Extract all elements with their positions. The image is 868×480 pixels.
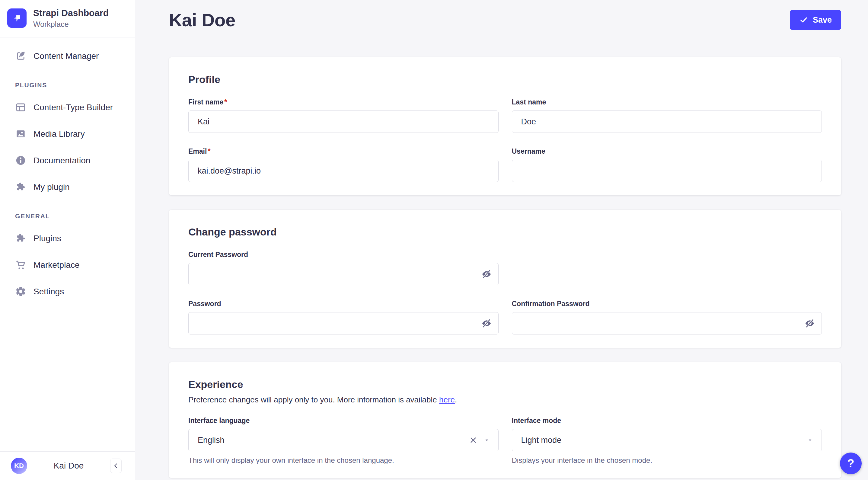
- puzzle-icon: [15, 181, 26, 192]
- experience-card: Experience Preference changes will apply…: [169, 362, 841, 478]
- sidebar-item-label: Documentation: [33, 156, 90, 166]
- profile-card: Profile First name* Last name: [169, 57, 841, 195]
- strapi-logo: [7, 8, 27, 28]
- eye-off-icon: [481, 318, 492, 329]
- sidebar-item-settings[interactable]: Settings: [7, 281, 128, 302]
- clear-icon[interactable]: [469, 436, 478, 445]
- first-name-field[interactable]: [188, 111, 499, 133]
- interface-language-hint: This will only display your own interfac…: [188, 456, 499, 464]
- cart-icon: [15, 259, 26, 270]
- sidebar-item-content-manager[interactable]: Content Manager: [7, 45, 128, 67]
- interface-language-select[interactable]: English: [188, 429, 499, 451]
- sidebar-item-label: Marketplace: [33, 260, 80, 270]
- new-password-group: Password: [188, 300, 499, 334]
- sidebar-nav: Content Manager PLUGINS Content-Type Bui…: [0, 37, 135, 452]
- change-password-card: Change password Current Password: [169, 210, 841, 348]
- experience-heading: Experience: [188, 379, 822, 390]
- sidebar-item-content-type-builder[interactable]: Content-Type Builder: [7, 97, 128, 118]
- sidebar-item-marketplace[interactable]: Marketplace: [7, 254, 128, 276]
- interface-language-value: English: [198, 436, 469, 445]
- question-icon: ?: [847, 457, 854, 470]
- interface-mode-hint: Displays your interface in the chosen mo…: [512, 456, 822, 464]
- sidebar-item-plugins[interactable]: Plugins: [7, 228, 128, 249]
- toggle-password-visibility-button[interactable]: [478, 315, 495, 332]
- last-name-field[interactable]: [512, 111, 822, 133]
- current-password-label: Current Password: [188, 250, 499, 259]
- interface-mode-label: Interface mode: [512, 417, 822, 425]
- password-field[interactable]: [188, 312, 499, 334]
- interface-mode-select[interactable]: Light mode: [512, 429, 822, 451]
- profile-heading: Profile: [188, 74, 822, 85]
- help-button[interactable]: ?: [840, 453, 862, 474]
- main-content: Kai Doe Save Profile First name* Last na…: [135, 0, 868, 480]
- username-group: Username: [512, 147, 822, 182]
- feather-icon: [15, 51, 26, 62]
- check-icon: [799, 16, 808, 25]
- image-icon: [15, 128, 26, 140]
- brand[interactable]: Strapi Dashboard Workplace: [0, 0, 135, 37]
- current-password-group: Current Password: [188, 250, 499, 285]
- strapi-logo-icon: [10, 11, 24, 25]
- collapse-sidebar-button[interactable]: [110, 458, 122, 473]
- save-button[interactable]: Save: [790, 10, 841, 30]
- nav-heading-general: GENERAL: [15, 213, 128, 220]
- change-password-heading: Change password: [188, 226, 822, 238]
- sidebar-item-my-plugin[interactable]: My plugin: [7, 176, 128, 198]
- user-name: Kai Doe: [30, 461, 107, 471]
- sidebar-item-label: Content Manager: [33, 51, 99, 61]
- password-label: Password: [188, 300, 499, 308]
- sidebar-item-label: My plugin: [33, 182, 70, 192]
- save-button-label: Save: [813, 16, 832, 25]
- username-field[interactable]: [512, 160, 822, 182]
- page-header: Kai Doe Save: [169, 8, 841, 32]
- more-information-link[interactable]: here: [439, 395, 455, 404]
- nav-heading-plugins: PLUGINS: [15, 82, 128, 89]
- eye-off-icon: [804, 318, 815, 329]
- required-asterisk: *: [208, 147, 210, 155]
- first-name-group: First name*: [188, 98, 499, 133]
- layout-grid-icon: [15, 102, 26, 113]
- sidebar-user-row: KD Kai Doe: [0, 451, 135, 480]
- confirmation-password-field[interactable]: [512, 312, 822, 334]
- page-title: Kai Doe: [169, 10, 236, 30]
- caret-down-icon[interactable]: [483, 437, 490, 444]
- confirmation-password-group: Confirmation Password: [512, 300, 822, 334]
- interface-language-label: Interface language: [188, 417, 499, 425]
- current-password-field[interactable]: [188, 263, 499, 285]
- sidebar-item-label: Settings: [33, 287, 64, 296]
- chevron-left-icon: [112, 462, 120, 470]
- email-field[interactable]: [188, 160, 499, 182]
- interface-mode-group: Interface mode Light mode Displays your …: [512, 417, 822, 464]
- sidebar-item-label: Plugins: [33, 234, 61, 243]
- puzzle-icon: [15, 233, 26, 244]
- gear-icon: [15, 286, 26, 297]
- eye-off-icon: [481, 269, 492, 279]
- sidebar-item-label: Content-Type Builder: [33, 103, 113, 112]
- sidebar-item-label: Media Library: [33, 129, 85, 139]
- sidebar-item-documentation[interactable]: Documentation: [7, 150, 128, 172]
- confirmation-password-label: Confirmation Password: [512, 300, 822, 308]
- required-asterisk: *: [224, 98, 227, 106]
- email-label: Email*: [188, 147, 499, 155]
- caret-down-icon[interactable]: [806, 437, 814, 444]
- last-name-group: Last name: [512, 98, 822, 133]
- avatar[interactable]: KD: [11, 458, 27, 474]
- sidebar-item-media-library[interactable]: Media Library: [7, 123, 128, 145]
- username-label: Username: [512, 147, 822, 155]
- sidebar: Strapi Dashboard Workplace Content Manag…: [0, 0, 135, 480]
- brand-subtitle: Workplace: [33, 20, 108, 29]
- toggle-password-visibility-button[interactable]: [801, 315, 818, 332]
- toggle-password-visibility-button[interactable]: [478, 266, 495, 282]
- email-group: Email*: [188, 147, 499, 182]
- info-icon: [15, 155, 26, 166]
- interface-language-group: Interface language English This will onl…: [188, 417, 499, 464]
- first-name-label: First name*: [188, 98, 499, 106]
- interface-mode-value: Light mode: [521, 436, 807, 445]
- experience-description: Preference changes will apply only to yo…: [188, 395, 822, 404]
- brand-title: Strapi Dashboard: [33, 8, 108, 19]
- last-name-label: Last name: [512, 98, 822, 106]
